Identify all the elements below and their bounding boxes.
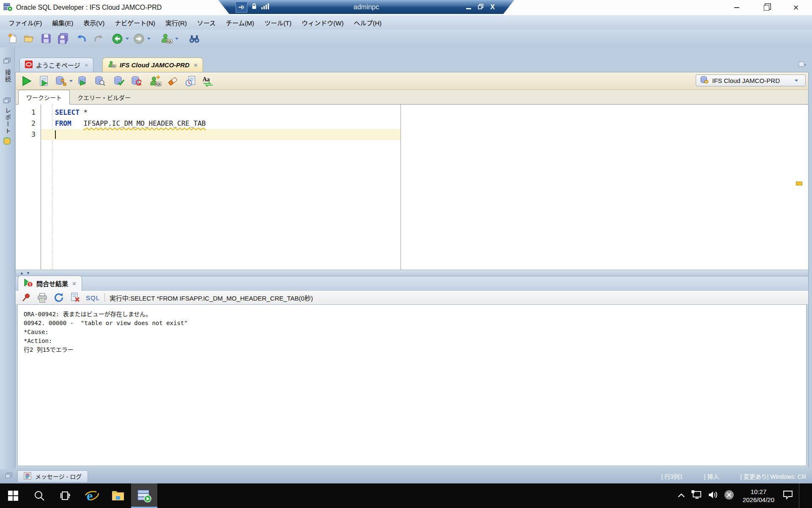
- sql-history-icon[interactable]: [184, 75, 197, 88]
- tray-disconnected-icon[interactable]: [724, 490, 734, 502]
- menu-edit[interactable]: 編集(E): [47, 16, 78, 29]
- connection-db-icon: [700, 76, 708, 86]
- menu-team[interactable]: チーム(M): [221, 16, 259, 29]
- window-titlebar: Oracle SQL Developer : IFS Cloud JAMCO-P…: [0, 0, 812, 16]
- menu-source[interactable]: ソース: [192, 16, 221, 29]
- connections-sql-icon[interactable]: SQL: [160, 32, 173, 45]
- connections-dropdown-icon[interactable]: [175, 38, 178, 40]
- worksheet-frame: SQL Aa IFS Cloud JAMCO-PRD ワークシート クエリー・ビ…: [15, 72, 809, 467]
- connection-selector[interactable]: IFS Cloud JAMCO-PRD: [696, 75, 806, 86]
- panel-splitter[interactable]: ▲ ▼: [16, 270, 808, 276]
- taskbar-clock[interactable]: 10:27 2026/04/20: [740, 488, 777, 504]
- tab-worksheet-close-icon[interactable]: ×: [194, 61, 198, 69]
- sql-editor[interactable]: 1 2 3 SELECT * FROM IFSAPP.IC_DM_MO_HEAD…: [16, 105, 808, 270]
- warning-marker[interactable]: [796, 182, 802, 185]
- result-toolbar: SQL 実行中:SELECT *FROM IFSAPP.IC_DM_MO_HEA…: [16, 291, 808, 305]
- find-binoculars-icon[interactable]: [188, 32, 201, 45]
- forward-icon[interactable]: [132, 32, 145, 45]
- splitter-down-icon[interactable]: ▼: [26, 271, 30, 275]
- window-restore-button[interactable]: [754, 0, 779, 15]
- window-close-button[interactable]: ✕: [784, 0, 808, 15]
- toolbar-separator: [104, 293, 105, 302]
- taskbar-search-icon[interactable]: [26, 483, 52, 508]
- status-insert-mode[interactable]: | 挿入: [704, 472, 719, 480]
- back-icon[interactable]: [111, 32, 124, 45]
- menu-tools[interactable]: ツール(T): [259, 16, 296, 29]
- taskbar: e 10:27 2026/04/20: [0, 483, 812, 508]
- rdp-lock-icon: [251, 3, 257, 11]
- start-button[interactable]: [0, 483, 26, 508]
- cancel-query-icon[interactable]: [69, 292, 81, 304]
- dock-reports-icon[interactable]: [3, 97, 11, 105]
- save-icon[interactable]: [40, 32, 52, 45]
- explain-plan-icon[interactable]: [55, 75, 68, 88]
- rdp-pin-icon[interactable]: [236, 2, 247, 12]
- menu-view[interactable]: 表示(V): [78, 16, 110, 29]
- dock-connections-label[interactable]: 接続: [3, 69, 12, 83]
- action-center-icon[interactable]: [783, 490, 793, 501]
- commit-icon[interactable]: [112, 75, 126, 88]
- menu-file[interactable]: ファイル(F): [3, 16, 47, 29]
- subtab-query-builder[interactable]: クエリー・ビルダー: [70, 90, 138, 104]
- menu-window[interactable]: ウィンドウ(W): [296, 16, 348, 29]
- code-line-1: SELECT *: [41, 107, 808, 118]
- tray-volume-icon[interactable]: [708, 491, 718, 501]
- rdp-signal-icon: [261, 3, 269, 11]
- query-result-error-icon: [24, 278, 33, 289]
- tray-chevron-up-icon[interactable]: [678, 492, 685, 500]
- menu-help[interactable]: ヘルプ(H): [348, 16, 387, 29]
- tab-query-result-close-icon[interactable]: ×: [72, 280, 76, 287]
- change-case-icon[interactable]: Aa: [201, 75, 215, 88]
- clear-worksheet-eraser-icon[interactable]: [167, 75, 180, 88]
- redo-icon[interactable]: [92, 32, 105, 45]
- sqldeveloper-taskbar-icon[interactable]: [131, 483, 157, 508]
- menu-run[interactable]: 実行(R): [160, 16, 192, 29]
- run-statement-icon[interactable]: [20, 75, 33, 88]
- editor-split-divider[interactable]: [401, 105, 401, 270]
- new-file-icon[interactable]: [6, 32, 19, 45]
- sql-panel-label[interactable]: SQL: [86, 294, 100, 301]
- tab-welcome-close-icon[interactable]: ×: [85, 61, 88, 69]
- window-minimize-button[interactable]: [724, 0, 749, 15]
- error-line: ORA-00942: 表またはビューが存在しません。: [24, 310, 800, 319]
- tab-worksheet[interactable]: SQL IFS Cloud JAMCO-PRD ×: [102, 58, 203, 72]
- tab-query-result-label: 問合せ結果: [36, 279, 68, 288]
- task-view-icon[interactable]: [52, 483, 79, 508]
- screen: Oracle SQL Developer : IFS Cloud JAMCO-P…: [0, 0, 812, 508]
- internet-explorer-icon[interactable]: e: [79, 483, 105, 508]
- editor-code-area[interactable]: SELECT * FROM IFSAPP.IC_DM_MO_HEADER_CRE…: [41, 107, 808, 270]
- print-result-icon[interactable]: [36, 292, 48, 304]
- file-explorer-icon[interactable]: [105, 483, 131, 508]
- subtab-worksheet[interactable]: ワークシート: [18, 90, 70, 105]
- save-all-icon[interactable]: [57, 32, 69, 45]
- dock-reports-label[interactable]: レポート: [3, 108, 12, 135]
- tray-network-icon[interactable]: [691, 490, 702, 501]
- status-modified-encoding: | 変更あり| Windows: CR: [740, 472, 806, 480]
- autotrace-icon[interactable]: [76, 75, 89, 88]
- explain-plan-dropdown-icon[interactable]: [69, 80, 73, 82]
- tab-welcome-page[interactable]: ようこそページ ×: [19, 58, 93, 72]
- connection-selector-dropdown-icon[interactable]: [795, 80, 798, 82]
- open-folder-icon[interactable]: [23, 32, 36, 45]
- messages-log-button[interactable]: メッセージ - ログ: [17, 470, 88, 483]
- error-line: 00942. 00000 - "table or view does not e…: [24, 319, 800, 328]
- pin-result-icon[interactable]: [21, 292, 32, 303]
- undo-icon[interactable]: [75, 32, 88, 45]
- menu-navigate[interactable]: ナビゲート(N): [110, 16, 160, 29]
- unshared-worksheet-icon[interactable]: SQL: [149, 74, 162, 88]
- splitter-up-icon[interactable]: ▲: [20, 271, 24, 275]
- dock-database-icon[interactable]: [3, 137, 11, 147]
- rdp-restore-button[interactable]: [478, 3, 483, 11]
- sql-tuning-icon[interactable]: [93, 75, 107, 88]
- rdp-close-button[interactable]: X: [490, 4, 495, 11]
- rdp-minimize-button[interactable]: [466, 5, 471, 9]
- dock-connections-icon[interactable]: [3, 58, 11, 66]
- tab-list-icon[interactable]: [798, 61, 806, 69]
- run-script-icon[interactable]: [37, 75, 50, 88]
- tab-query-result[interactable]: 問合せ結果 ×: [18, 276, 82, 291]
- forward-dropdown-icon[interactable]: [147, 38, 151, 40]
- rollback-icon[interactable]: [130, 75, 143, 88]
- refresh-result-icon[interactable]: [53, 292, 65, 304]
- back-dropdown-icon[interactable]: [126, 38, 129, 40]
- result-error-output[interactable]: ORA-00942: 表またはビューが存在しません。 00942. 00000 …: [17, 304, 807, 466]
